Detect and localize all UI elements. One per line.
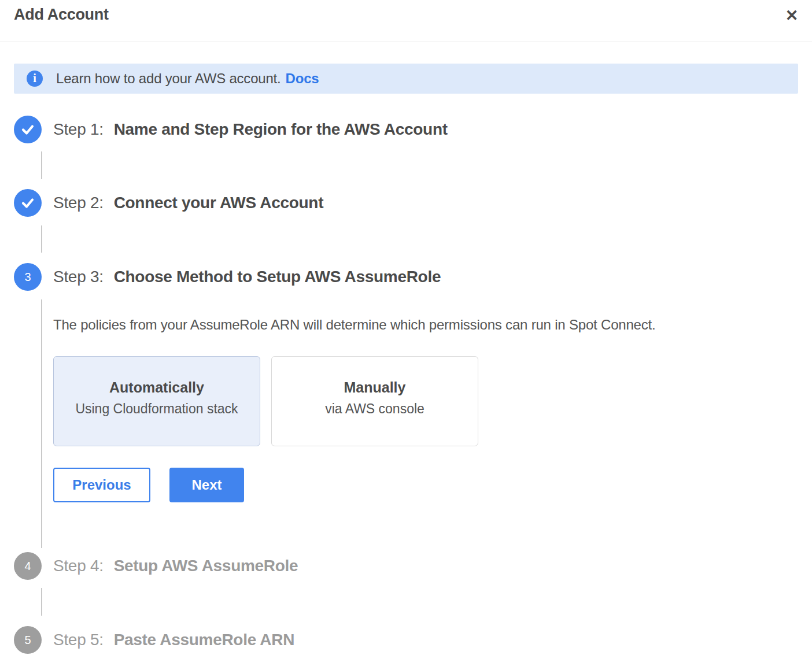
step-1-title: Name and Step Region for the AWS Account [114,120,448,139]
step-4-row: 4 Step 4: Setup AWS AssumeRole [14,552,798,580]
step-2-heading: Step 2: Connect your AWS Account [53,194,323,212]
check-icon [20,195,35,210]
step-3-number: 3 [24,271,31,284]
wizard-buttons: Previous Next [53,468,798,502]
option-automatically-subtitle: Using Cloudformation stack [75,401,238,417]
step-3-description: The policies from your AssumeRole ARN wi… [53,317,798,333]
step-connector-4 [41,588,42,616]
step-5-title: Paste AssumeRole ARN [114,631,294,649]
option-manually-subtitle: via AWS console [325,401,425,417]
step-connector-2 [41,225,42,253]
step-2-label: Step 2: [53,194,104,212]
modal-title: Add Account [14,6,109,24]
step-1-heading: Step 1: Name and Step Region for the AWS… [53,120,448,139]
info-icon: i [27,71,43,87]
step-5-number: 5 [24,634,31,647]
step-3-heading: Step 3: Choose Method to Setup AWS Assum… [53,268,441,286]
modal-content: i Learn how to add your AWS account.Docs… [0,64,812,654]
step-4-circle: 4 [14,552,42,580]
step-4-title: Setup AWS AssumeRole [114,557,298,575]
option-automatically-title: Automatically [109,379,204,396]
step-4-number: 4 [24,560,31,573]
step-1-row: Step 1: Name and Step Region for the AWS… [14,116,798,143]
step-4-label: Step 4: [53,557,104,575]
close-icon: ✕ [785,8,799,24]
step-1-label: Step 1: [53,120,104,139]
step-3-title: Choose Method to Setup AWS AssumeRole [114,268,441,286]
step-3-label: Step 3: [53,268,104,286]
info-banner: i Learn how to add your AWS account.Docs [14,64,798,94]
previous-button[interactable]: Previous [53,468,150,502]
docs-link[interactable]: Docs [286,71,319,86]
step-2-title: Connect your AWS Account [114,194,324,212]
step-2-row: Step 2: Connect your AWS Account [14,189,798,217]
step-connector-3 [41,299,42,548]
method-options: Automatically Using Cloudformation stack… [53,356,798,446]
step-4-heading: Step 4: Setup AWS AssumeRole [53,557,298,575]
banner-text: Learn how to add your AWS account. [56,71,281,86]
step-3-row: 3 Step 3: Choose Method to Setup AWS Ass… [14,263,798,291]
option-card-automatically[interactable]: Automatically Using Cloudformation stack [53,356,260,446]
step-5-heading: Step 5: Paste AssumeRole ARN [53,631,294,649]
step-5-label: Step 5: [53,631,104,649]
step-1-circle [14,116,42,143]
add-account-modal: Add Account ✕ i Learn how to add your AW… [0,0,812,654]
option-manually-title: Manually [344,379,406,396]
step-connector-1 [41,151,42,179]
step-5-row: 5 Step 5: Paste AssumeRole ARN [14,626,798,654]
option-card-manually[interactable]: Manually via AWS console [271,356,478,446]
step-3-panel: The policies from your AssumeRole ARN wi… [14,291,798,502]
close-button[interactable]: ✕ [782,6,802,25]
step-3-panel-inner: The policies from your AssumeRole ARN wi… [53,291,798,502]
step-5-circle: 5 [14,626,42,654]
modal-header: Add Account ✕ [0,0,812,42]
banner-message: Learn how to add your AWS account.Docs [56,71,319,87]
step-3-circle: 3 [14,263,42,291]
step-2-circle [14,189,42,217]
next-button[interactable]: Next [169,468,244,502]
check-icon [20,122,35,137]
